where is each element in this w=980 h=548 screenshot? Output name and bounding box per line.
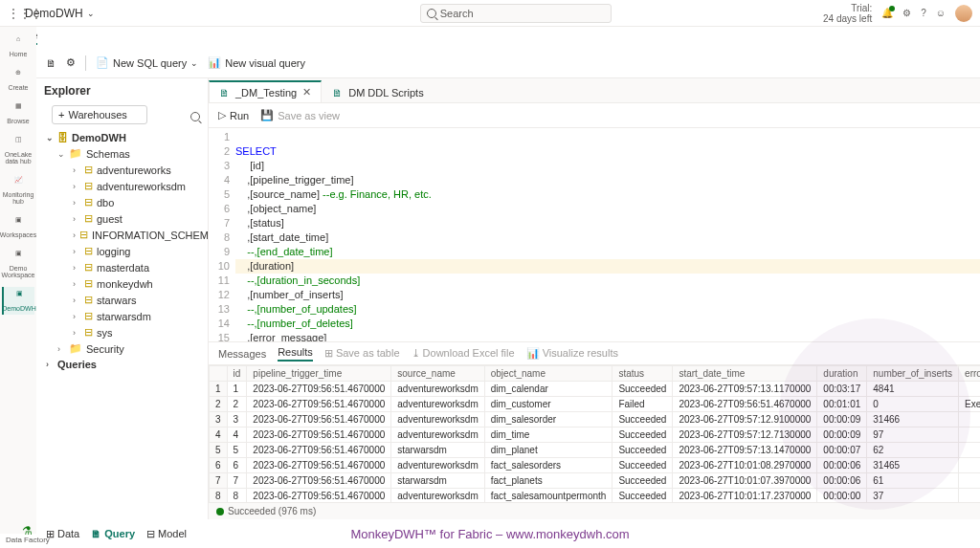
avatar[interactable] bbox=[955, 5, 972, 22]
tree-queries[interactable]: ›Queries bbox=[40, 357, 204, 372]
code-editor[interactable]: 1234567891011121314151617181920212223 SE… bbox=[209, 128, 980, 341]
new-sql-query-button[interactable]: 📄 New SQL query ⌄ bbox=[96, 56, 198, 69]
brand-footer: MonkeyDWH™ for Fabric – www.monkeydwh.co… bbox=[350, 527, 629, 541]
new-visual-query-button[interactable]: 📊 New visual query bbox=[208, 56, 305, 69]
save-as-view-button: 💾 Save as view bbox=[260, 109, 340, 121]
status-dot bbox=[216, 508, 224, 515]
trial-info: Trial:24 days left bbox=[823, 3, 872, 24]
tree-schema-adventureworks[interactable]: ›⊟adventureworks bbox=[40, 162, 204, 178]
mode-query[interactable]: 🗎 Query bbox=[91, 528, 135, 540]
tree-schema-INFORMATION_SCHEMA[interactable]: ›⊟INFORMATION_SCHEMA bbox=[40, 227, 204, 243]
save-as-table-button[interactable]: ⊞ Save as table bbox=[324, 347, 400, 360]
rail-create[interactable]: ⊕Create bbox=[2, 66, 34, 94]
chevron-down-icon: ⌄ bbox=[87, 9, 95, 18]
rail-workspaces[interactable]: ▣Workspaces bbox=[2, 213, 34, 241]
tab-results[interactable]: Results bbox=[278, 346, 313, 362]
workspace-switcher[interactable]: DemoDWH ⌄ bbox=[25, 7, 95, 20]
add-warehouse-button[interactable]: + Warehouses bbox=[52, 105, 147, 124]
tab-dm-testing[interactable]: 🗎 _DM_Testing ✕ bbox=[209, 80, 322, 102]
visualize-button[interactable]: 📊 Visualize results bbox=[526, 347, 618, 360]
tree-schema-monkeydwh[interactable]: ›⊟monkeydwh bbox=[40, 275, 204, 292]
page-icon: 🗎 bbox=[46, 57, 56, 69]
tab-messages[interactable]: Messages bbox=[218, 348, 266, 360]
search-icon bbox=[427, 9, 436, 18]
close-icon[interactable]: ✕ bbox=[302, 86, 311, 99]
chevron-down-icon: ⌄ bbox=[190, 58, 198, 68]
search-icon[interactable] bbox=[190, 112, 200, 121]
tree-schema-adventureworksdm[interactable]: ›⊟adventureworksdm bbox=[40, 178, 204, 194]
sql-file-icon: 🗎 bbox=[332, 87, 343, 99]
help-icon[interactable]: ? bbox=[921, 8, 926, 18]
new-item-button[interactable]: 🗎 bbox=[46, 57, 56, 69]
rail-home[interactable]: ⌂Home bbox=[2, 33, 34, 60]
rail-browse[interactable]: ▦Browse bbox=[2, 99, 34, 127]
gear-icon: ⚙ bbox=[66, 56, 76, 69]
rail-demodwh[interactable]: ▣DemoDWH bbox=[2, 287, 34, 315]
mode-model[interactable]: ⊟ Model bbox=[146, 528, 187, 540]
tree-schemas[interactable]: ⌄📁Schemas bbox=[40, 145, 204, 162]
rail-demo-workspace[interactable]: ▣Demo Workspace bbox=[2, 247, 34, 281]
data-factory-link[interactable]: ⚗ Data Factory bbox=[6, 525, 50, 544]
results-grid[interactable]: idpipeline_trigger_timesource_nameobject… bbox=[209, 365, 980, 502]
mode-data[interactable]: ⊞ Data bbox=[46, 528, 79, 540]
download-excel-button[interactable]: ⤓ Download Excel file bbox=[412, 347, 515, 360]
rail-onelake-data-hub[interactable]: ◫OneLake data hub bbox=[2, 133, 34, 167]
settings-icon[interactable]: ⚙ bbox=[902, 8, 911, 18]
tree-schema-starwars[interactable]: ›⊟starwars bbox=[40, 292, 204, 308]
tree-schema-starwarsdm[interactable]: ›⊟starwarsdm bbox=[40, 308, 204, 324]
visual-icon: 📊 bbox=[208, 56, 221, 69]
status-text: Succeeded (976 ms) bbox=[228, 506, 316, 516]
sql-file-icon: 🗎 bbox=[219, 87, 230, 99]
settings-button[interactable]: ⚙ bbox=[66, 56, 76, 69]
tree-security[interactable]: ›📁Security bbox=[40, 340, 204, 357]
sql-icon: 📄 bbox=[96, 56, 109, 69]
tree-root[interactable]: ⌄🗄DemoDWH bbox=[40, 130, 204, 145]
tree-schema-sys[interactable]: ›⊟sys bbox=[40, 324, 204, 340]
tab-dm-ddl[interactable]: 🗎 DM DDL Scripts bbox=[322, 82, 434, 102]
run-button[interactable]: ▷ Run bbox=[218, 109, 249, 121]
tree-schema-guest[interactable]: ›⊟guest bbox=[40, 210, 204, 227]
explorer-title: Explorer bbox=[36, 78, 208, 103]
notifications-icon[interactable]: 🔔 bbox=[881, 8, 893, 18]
ribbon-tab-home[interactable]: Home bbox=[0, 27, 980, 48]
workspace-name: DemoDWH bbox=[25, 7, 83, 20]
tree-schema-masterdata[interactable]: ›⊟masterdata bbox=[40, 259, 204, 275]
feedback-icon[interactable]: ☺ bbox=[936, 8, 946, 18]
tree-schema-logging[interactable]: ›⊟logging bbox=[40, 243, 204, 259]
app-launcher-icon[interactable]: ⋮⋮⋮ bbox=[8, 7, 21, 20]
tree-schema-dbo[interactable]: ›⊟dbo bbox=[40, 194, 204, 210]
rail-monitoring-hub[interactable]: 📈Monitoring hub bbox=[2, 173, 34, 208]
search-placeholder: Search bbox=[440, 8, 474, 19]
global-search[interactable]: Search bbox=[420, 4, 612, 23]
